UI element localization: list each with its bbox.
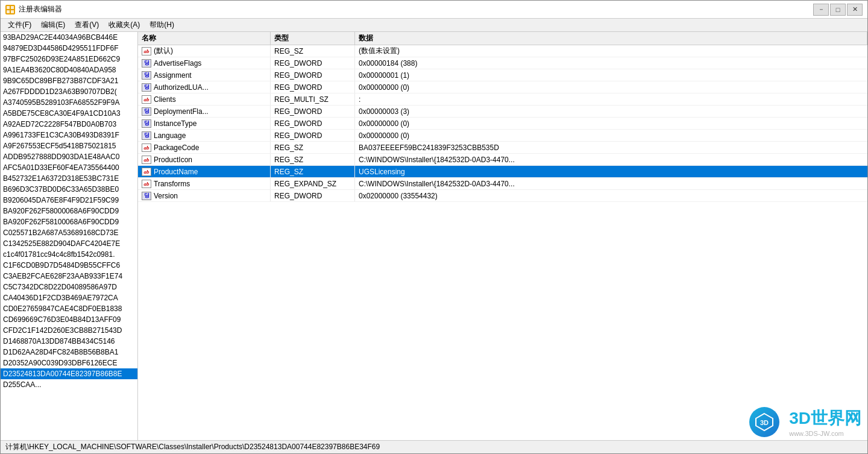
cell-data: BA037EEEEF59BC241839F3253CBB535D bbox=[355, 142, 867, 153]
tree-item[interactable]: 9A1EA4B3620C80D40840ADA958 bbox=[1, 65, 137, 75]
tree-item[interactable]: A92AED72C2228F547BD0A0B703 bbox=[1, 119, 137, 130]
tree-item[interactable]: CD0E27659847CAE4C8DF0EB1838 bbox=[1, 303, 137, 314]
column-header-type: 类型 bbox=[271, 32, 355, 45]
table-row[interactable]: 딩 InstanceType REG_DWORD 0x00000000 (0) bbox=[138, 118, 867, 130]
registry-tree[interactable]: 93BAD29AC2E44034A96BCB446E 94879ED3D4458… bbox=[1, 32, 138, 440]
cell-data: 0x02000000 (33554432) bbox=[355, 190, 867, 201]
reg-dword-icon: 딩 bbox=[142, 107, 151, 116]
cell-type: REG_MULTI_SZ bbox=[271, 93, 355, 105]
cell-name: 딩 DeploymentFla... bbox=[138, 106, 271, 117]
cell-name: 딩 AdvertiseFlags bbox=[138, 57, 271, 69]
table-row[interactable]: 딩 AuthorizedLUA... REG_DWORD 0x00000000 … bbox=[138, 81, 867, 93]
tree-item[interactable]: D1D62AA28D4FC824B8B56B8BA1 bbox=[1, 347, 137, 358]
close-button[interactable]: ✕ bbox=[847, 4, 863, 16]
maximize-button[interactable]: □ bbox=[830, 4, 846, 16]
tree-item[interactable]: ADDB9527888DD903DA1E48AAC0 bbox=[1, 151, 137, 162]
table-row[interactable]: ab ProductIcon REG_SZ C:\WINDOWS\Install… bbox=[138, 154, 867, 166]
menu-view[interactable]: 查看(V) bbox=[70, 19, 104, 31]
tree-item[interactable]: B696D3C37BD0D6C33A65D38BE0 bbox=[1, 184, 137, 195]
window-controls: － □ ✕ bbox=[813, 4, 863, 16]
cell-name: ab Clients bbox=[138, 93, 271, 105]
cell-type: REG_DWORD bbox=[271, 69, 355, 81]
reg-dword-icon: 딩 bbox=[142, 83, 151, 92]
table-row[interactable]: ab Transforms REG_EXPAND_SZ C:\WINDOWS\I… bbox=[138, 178, 867, 190]
tree-item[interactable]: A9961733FE1C3CA30B493D8391F bbox=[1, 130, 137, 140]
table-row[interactable]: 딩 Assignment REG_DWORD 0x00000001 (1) bbox=[138, 69, 867, 81]
table-row[interactable]: ab PackageCode REG_SZ BA037EEEEF59BC2418… bbox=[138, 142, 867, 154]
cell-data: 0x00000000 (0) bbox=[355, 118, 867, 129]
status-text: 计算机\HKEY_LOCAL_MACHINE\SOFTWARE\Classes\… bbox=[5, 442, 380, 452]
tree-item-selected[interactable]: D23524813DA00744E82397B86B8E bbox=[1, 368, 137, 379]
tree-item[interactable]: CD699669C76D3E04B84D13AFF09 bbox=[1, 314, 137, 325]
reg-sz-icon: ab bbox=[142, 47, 151, 55]
reg-dword-icon: 딩 bbox=[142, 131, 151, 140]
table-row[interactable]: ab Clients REG_MULTI_SZ : bbox=[138, 93, 867, 106]
table-row[interactable]: 딩 Language REG_DWORD 0x00000000 (0) bbox=[138, 130, 867, 142]
menu-edit[interactable]: 编辑(E) bbox=[36, 19, 70, 31]
tree-item[interactable]: CA40436D1F2CD3B469AE7972CA bbox=[1, 292, 137, 303]
reg-sz-icon: ab bbox=[142, 156, 151, 164]
tree-item[interactable]: AFC5A01D33EF60F4EA735564400 bbox=[1, 162, 137, 173]
tree-item[interactable]: A9F267553ECF5d5418B75021815 bbox=[1, 140, 137, 151]
reg-dword-icon: 딩 bbox=[142, 59, 151, 68]
tree-item[interactable]: C5C7342DC8D22D04089586A97D bbox=[1, 282, 137, 292]
table-row-selected[interactable]: ab ProductName REG_SZ UGSLicensing bbox=[138, 166, 867, 178]
table-row[interactable]: ab (默认) REG_SZ (数值未设置) bbox=[138, 45, 867, 57]
cell-name: 딩 Assignment bbox=[138, 69, 271, 81]
cell-type: REG_DWORD bbox=[271, 118, 355, 129]
cell-name: ab PackageCode bbox=[138, 142, 271, 153]
tree-item[interactable]: B9206045DA76E8F4F9D21F59C99 bbox=[1, 195, 137, 206]
cell-name: 딩 Version bbox=[138, 190, 271, 201]
minimize-button[interactable]: － bbox=[813, 4, 829, 16]
cell-type: REG_DWORD bbox=[271, 106, 355, 117]
column-header-data: 数据 bbox=[355, 32, 867, 45]
reg-dword-icon: 딩 bbox=[142, 71, 151, 80]
tree-item[interactable]: CFD2C1F142D260E3CB8B271543D bbox=[1, 325, 137, 336]
table-row[interactable]: 딩 DeploymentFla... REG_DWORD 0x00000003 … bbox=[138, 106, 867, 118]
tree-item[interactable]: A3740595B5289103FA68552F9F9A bbox=[1, 97, 137, 108]
registry-values-panel: 名称 类型 数据 ab (默认) REG_SZ (数值未设置) bbox=[138, 32, 867, 440]
tree-item[interactable]: D1468870A13DD874BB434C5146 bbox=[1, 336, 137, 347]
tree-item[interactable]: C1F6CD0B9D7D5484D9B55CFFC6 bbox=[1, 260, 137, 271]
tree-item[interactable]: 97BFC25026D93E24A851ED662C9 bbox=[1, 54, 137, 65]
reg-sz-icon: ab bbox=[142, 180, 151, 188]
svg-rect-3 bbox=[11, 10, 14, 13]
table-row[interactable]: 딩 Version REG_DWORD 0x02000000 (33554432… bbox=[138, 190, 867, 202]
tree-item[interactable]: BA920F262F58100068A6F90CDD9 bbox=[1, 216, 137, 227]
tree-item[interactable]: A267FDDDD1D23A63B90707DB2( bbox=[1, 86, 137, 97]
svg-rect-1 bbox=[11, 6, 14, 9]
tree-item[interactable]: c1c4f01781cc94c4c8fb1542c0981. bbox=[1, 249, 137, 260]
registry-values-table[interactable]: ab (默认) REG_SZ (数值未设置) 딩 AdvertiseFlags … bbox=[138, 45, 867, 440]
tree-item[interactable]: D255CAA... bbox=[1, 379, 137, 390]
tree-item[interactable]: C025571B2A687A53689168CD73E bbox=[1, 227, 137, 238]
tree-item[interactable]: C1342525E882D904DAFC4204E7E bbox=[1, 238, 137, 249]
tree-item[interactable]: A5BDE75CE8CA30E4F9A1CD10A3 bbox=[1, 108, 137, 119]
cell-name: ab Transforms bbox=[138, 178, 271, 189]
main-content: 93BAD29AC2E44034A96BCB446E 94879ED3D4458… bbox=[1, 32, 867, 440]
menu-bar: 文件(F) 编辑(E) 查看(V) 收藏夹(A) 帮助(H) bbox=[1, 19, 867, 32]
table-header: 名称 类型 数据 bbox=[138, 32, 867, 45]
cell-name: ab ProductName bbox=[138, 166, 271, 177]
menu-file[interactable]: 文件(F) bbox=[3, 19, 36, 31]
tree-item[interactable]: BA920F262F58000068A6F90CDD9 bbox=[1, 206, 137, 216]
cell-name: 딩 Language bbox=[138, 130, 271, 141]
table-row[interactable]: 딩 AdvertiseFlags REG_DWORD 0x00000184 (3… bbox=[138, 57, 867, 69]
svg-rect-2 bbox=[7, 10, 10, 13]
cell-type: REG_EXPAND_SZ bbox=[271, 178, 355, 189]
tree-item[interactable]: 9B9C65DC89BFB273B87CDF3A21 bbox=[1, 75, 137, 86]
cell-data: 0x00000003 (3) bbox=[355, 106, 867, 117]
cell-name: 딩 AuthorizedLUA... bbox=[138, 81, 271, 93]
reg-sz-icon: ab bbox=[142, 143, 151, 152]
cell-type: REG_DWORD bbox=[271, 190, 355, 201]
tree-item[interactable]: 93BAD29AC2E44034A96BCB446E bbox=[1, 32, 137, 43]
menu-help[interactable]: 帮助(H) bbox=[145, 19, 179, 31]
tree-item[interactable]: 94879ED3D44586D4295511FDF6F bbox=[1, 43, 137, 54]
reg-sz-icon: ab bbox=[142, 95, 151, 104]
tree-item[interactable]: D20352A90C039D93DBF6126ECE bbox=[1, 358, 137, 368]
column-header-name: 名称 bbox=[138, 32, 271, 45]
tree-item[interactable]: C3AEB2FCAE628F23AAB933F1E74 bbox=[1, 271, 137, 282]
cell-data: 0x00000000 (0) bbox=[355, 130, 867, 141]
tree-item[interactable]: B452732E1A6372D318E53BC731E bbox=[1, 173, 137, 184]
menu-favorites[interactable]: 收藏夹(A) bbox=[104, 19, 145, 31]
cell-data: (数值未设置) bbox=[355, 45, 867, 57]
